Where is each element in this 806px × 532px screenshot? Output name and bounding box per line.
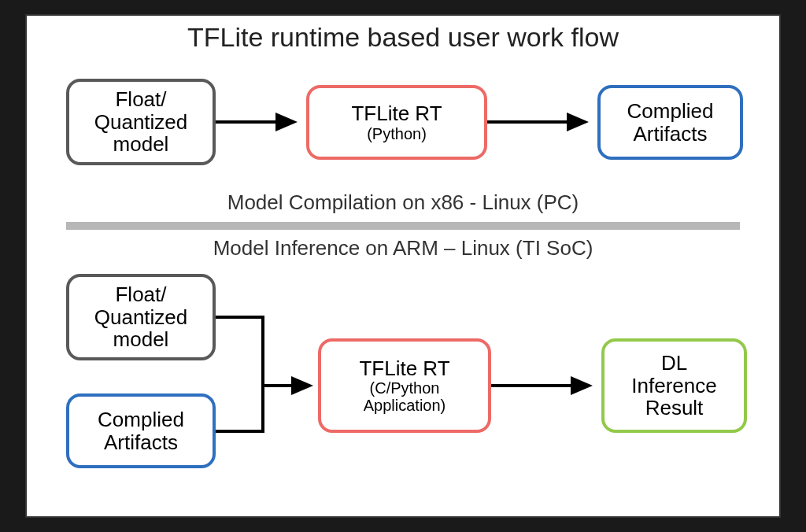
node-label: Float/	[115, 88, 166, 111]
caption-top: Model Compilation on x86 - Linux (PC)	[27, 190, 779, 215]
caption-bottom: Model Inference on ARM – Linux (TI SoC)	[27, 236, 779, 260]
node-label: Artifacts	[104, 431, 178, 454]
node-label: DL	[661, 352, 687, 375]
node-bottom-result: DL Inference Result	[601, 338, 747, 433]
node-label: Inference	[631, 375, 716, 397]
diagram-title: TFLite runtime based user work flow	[27, 22, 779, 53]
node-label: Float/	[115, 283, 166, 306]
node-sub-label: (Python)	[367, 125, 427, 142]
node-top-artifacts: Complied Artifacts	[597, 85, 743, 160]
node-top-runtime: TFLite RT (Python)	[306, 85, 487, 160]
arrow-icon	[491, 370, 601, 401]
arrow-icon	[487, 106, 597, 138]
node-sub-label: Application)	[364, 397, 446, 414]
node-bottom-runtime: TFLite RT (C/Python Application)	[318, 338, 491, 433]
node-top-model: Float/ Quantized model	[66, 79, 216, 165]
node-label: Quantized	[94, 111, 188, 134]
node-label: Complied	[98, 408, 184, 431]
node-bottom-model: Float/ Quantized model	[66, 274, 216, 360]
arrow-icon	[216, 106, 306, 138]
node-label: model	[113, 328, 169, 351]
node-bottom-artifacts: Complied Artifacts	[66, 393, 216, 468]
node-label: Quantized	[94, 306, 188, 329]
node-label: model	[113, 133, 169, 156]
node-label: Artifacts	[634, 123, 708, 146]
node-label: TFLite RT	[351, 102, 442, 125]
diagram-canvas: TFLite runtime based user work flow Floa…	[25, 14, 781, 518]
divider	[66, 222, 740, 230]
node-sub-label: (C/Python	[370, 379, 440, 397]
node-label: TFLite RT	[359, 357, 449, 380]
merge-connector-icon	[216, 299, 322, 449]
node-label: Complied	[627, 100, 714, 123]
node-label: Result	[645, 397, 704, 419]
